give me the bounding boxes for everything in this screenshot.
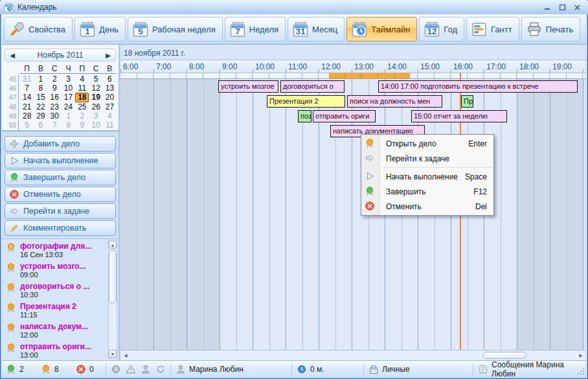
action-button-начать-выполнение[interactable]: Начать выполнение: [5, 153, 116, 168]
date-cell[interactable]: 27: [103, 102, 117, 111]
task-list-item[interactable]: устроить мозго...09:00: [6, 262, 108, 281]
action-button-завершить-дело[interactable]: Завершить дело: [5, 170, 116, 185]
action-button-перейти-к-задаче[interactable]: Перейти к задаче: [5, 203, 116, 219]
date-cell[interactable]: 14: [20, 93, 34, 102]
date-cell[interactable]: 21: [20, 102, 34, 111]
timeline-event[interactable]: 15:00 отчет за неделю: [411, 110, 507, 122]
date-cell[interactable]: 13: [103, 84, 117, 93]
action-button-комментировать[interactable]: Комментировать: [5, 220, 116, 236]
toolbar-button-рабочая-неделя[interactable]: 5Рабочая неделя: [128, 17, 223, 41]
maximize-button[interactable]: [556, 3, 569, 12]
date-cell[interactable]: 6: [34, 121, 47, 130]
date-cell[interactable]: 30: [48, 111, 62, 121]
action-button-отменить-дело[interactable]: Отменить дело: [5, 187, 116, 202]
menu-item-перейти-к-задаче[interactable]: Перейти к задаче: [361, 151, 493, 166]
menu-item-отменить[interactable]: ОтменитьDel: [361, 199, 493, 214]
status-tool[interactable]: [141, 361, 151, 378]
date-cell[interactable]: 10: [89, 121, 102, 130]
scroll-up-button[interactable]: ▲: [109, 241, 117, 249]
date-cell[interactable]: 29: [34, 111, 47, 121]
scroll-down-button[interactable]: ▼: [109, 350, 117, 358]
selected-date-cell[interactable]: 18: [75, 93, 89, 102]
toolbar-button-печать[interactable]: Печать: [521, 17, 581, 41]
date-cell[interactable]: 7: [48, 121, 62, 130]
date-cell[interactable]: 28: [20, 111, 34, 121]
status-tool[interactable]: [111, 361, 121, 378]
date-cell[interactable]: 17: [62, 93, 75, 102]
timeline-event[interactable]: Презентация 2: [267, 95, 345, 108]
timeline-event[interactable]: поиск на должность мен: [347, 95, 442, 108]
date-cell[interactable]: 10: [62, 84, 75, 93]
date-cell[interactable]: 9: [75, 121, 89, 130]
date-cell[interactable]: 15: [34, 93, 47, 102]
scroll-thumb[interactable]: [109, 250, 117, 303]
date-cell[interactable]: 16: [48, 93, 62, 102]
scroll-thumb[interactable]: [482, 352, 526, 359]
task-list-item[interactable]: написать докум...12:00: [6, 322, 108, 341]
date-cell[interactable]: 8: [34, 84, 47, 93]
date-cell[interactable]: 31: [20, 75, 34, 84]
date-cell[interactable]: 24: [62, 102, 75, 111]
date-cell[interactable]: 19: [89, 93, 102, 102]
timeline-event[interactable]: Пр: [461, 95, 473, 108]
date-cell[interactable]: 3: [62, 75, 75, 84]
timeline-event[interactable]: отправить ориги: [313, 110, 376, 122]
menu-item-открыть-дело[interactable]: Открыть делоEnter: [361, 136, 493, 151]
timeline-ruler[interactable]: 6:007:008:009:0010:0011:0012:0013:0014:0…: [120, 60, 586, 73]
date-cell[interactable]: 22: [34, 102, 47, 111]
date-cell[interactable]: 25: [75, 102, 89, 111]
scroll-left-button[interactable]: ◀: [122, 352, 130, 360]
prev-month-button[interactable]: ◀: [5, 52, 19, 59]
menu-item-завершить[interactable]: ЗавершитьF12: [361, 184, 493, 199]
task-list-item[interactable]: отправить ориги...13:00: [6, 342, 108, 362]
timeline-event[interactable]: устроить мозгое: [218, 80, 278, 93]
timeline-grid[interactable]: устроить мозгоедоговориться о14:00 17:00…: [120, 79, 586, 350]
date-cell[interactable]: 2: [75, 111, 89, 121]
status-tool[interactable]: [155, 361, 166, 378]
status-tool[interactable]: [126, 361, 136, 378]
task-list-item[interactable]: договориться о ...10:30: [6, 282, 108, 301]
task-list-scrollbar[interactable]: ▲▼: [108, 240, 117, 359]
toolbar-button-таймлайн[interactable]: Таймлайн: [346, 17, 417, 41]
toolbar-button-месяц[interactable]: 31Месяц: [288, 17, 345, 41]
date-cell[interactable]: 26: [89, 102, 102, 111]
task-list-item[interactable]: !фотографии для...16 Сен 13:03: [6, 242, 108, 261]
toolbar-button-день[interactable]: 1День: [74, 17, 126, 41]
date-cell[interactable]: 11: [75, 84, 89, 93]
date-cell[interactable]: 5: [89, 75, 102, 84]
date-cell[interactable]: 20: [103, 93, 117, 102]
date-cell[interactable]: 4: [103, 111, 117, 121]
date-cell[interactable]: 8: [62, 121, 75, 130]
date-cell[interactable]: 2: [48, 75, 62, 84]
date-cell[interactable]: 6: [103, 75, 117, 84]
timeline-event[interactable]: 14:00 17:00 подготовить презентацию к вс…: [378, 80, 578, 93]
title-bar[interactable]: Календарь: [0, 0, 588, 14]
toolbar-button-год[interactable]: 12Год: [419, 17, 464, 41]
timeline-event[interactable]: поз: [298, 110, 311, 122]
date-cell[interactable]: 4: [75, 75, 89, 84]
date-cell[interactable]: 12: [89, 84, 102, 93]
date-cell[interactable]: 9: [48, 84, 62, 93]
date-cell[interactable]: 3: [89, 111, 102, 121]
action-button-добавить-дело[interactable]: Добавить дело: [5, 136, 116, 152]
date-cell[interactable]: 11: [103, 121, 117, 130]
menu-item-начать-выполнение[interactable]: Начать выполнениеSpace: [361, 169, 493, 184]
toolbar-button-неделя[interactable]: 7Неделя: [225, 17, 286, 41]
date-cell[interactable]: 1: [62, 111, 75, 121]
close-button[interactable]: [571, 3, 584, 12]
task-list-item[interactable]: Презентация 211:15: [6, 302, 108, 321]
timeline-scrollbar[interactable]: ◀▶: [120, 350, 586, 360]
timeline-event[interactable]: договориться о: [280, 80, 345, 93]
date-cell[interactable]: 1: [34, 75, 47, 84]
status-messages[interactable]: Сообщения Марина Любин: [478, 361, 586, 378]
toolbar-button-гантт[interactable]: Гантт: [466, 17, 519, 41]
date-cell[interactable]: 5: [20, 121, 34, 130]
next-month-button[interactable]: ▶: [101, 52, 115, 59]
date-cell[interactable]: 23: [48, 102, 62, 111]
minimize-button[interactable]: [541, 3, 554, 12]
left-panel: ◀ Ноябрь 2011 ▶ ПВСЧПСВ 454647484950 311…: [2, 45, 119, 360]
date-cell[interactable]: 7: [20, 84, 34, 93]
scroll-right-button[interactable]: ▶: [577, 352, 585, 360]
timeline-minor-ruler[interactable]: [120, 73, 586, 79]
toolbar-button-свойства[interactable]: Свойства: [4, 17, 73, 41]
